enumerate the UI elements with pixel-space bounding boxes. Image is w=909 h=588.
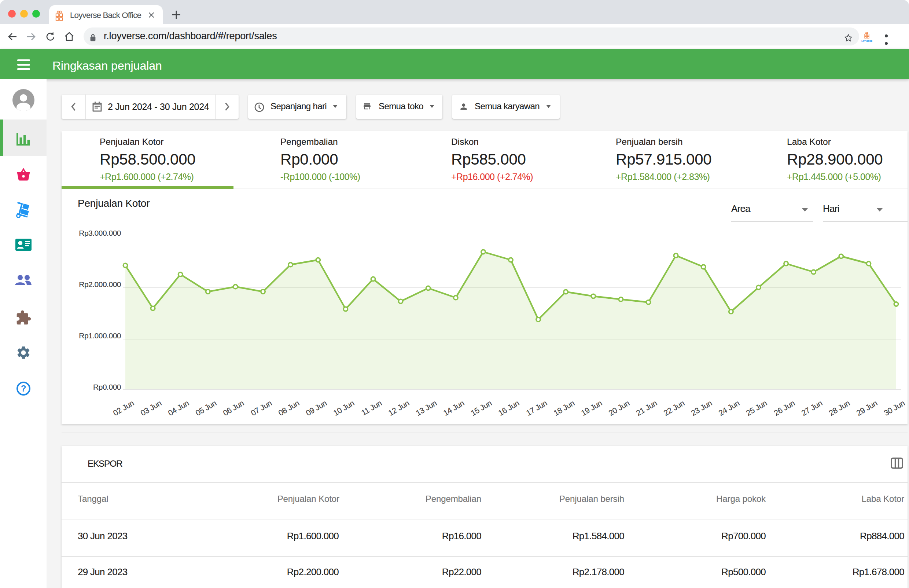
svg-text:?: ?	[21, 383, 26, 393]
